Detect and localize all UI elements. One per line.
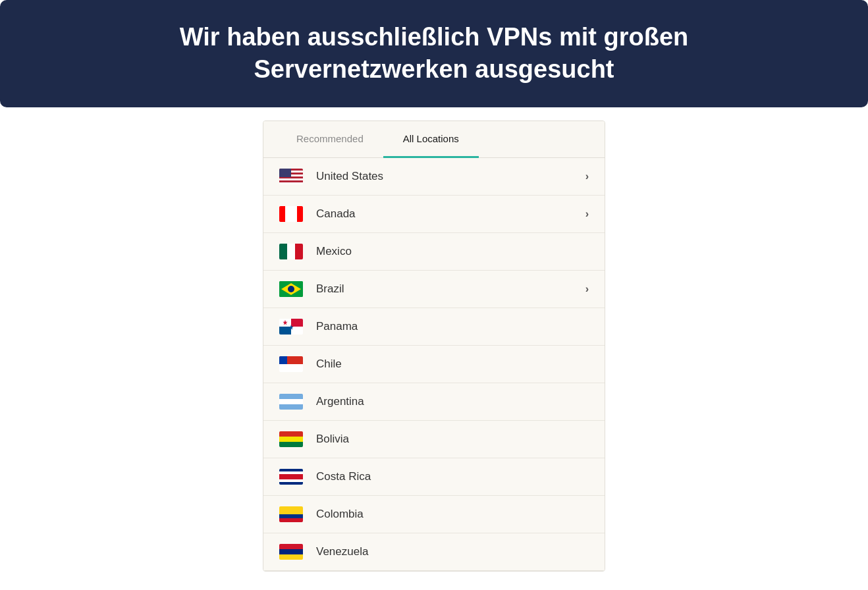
country-name-ve: Venezuela (316, 545, 589, 558)
list-item-cl[interactable]: Chile (263, 346, 605, 383)
country-name-cl: Chile (316, 358, 589, 371)
list-item-us[interactable]: United States › (263, 158, 605, 196)
flag-cl (279, 356, 303, 372)
header-title: Wir haben ausschließlich VPNs mit großen… (40, 21, 828, 86)
country-name-ca: Canada (316, 207, 585, 221)
country-name-bo: Bolivia (316, 433, 589, 446)
list-item-co[interactable]: Colombia (263, 496, 605, 533)
list-item-mx[interactable]: Mexico (263, 233, 605, 271)
svg-rect-4 (291, 319, 303, 327)
list-item-bo[interactable]: Bolivia (263, 421, 605, 458)
flag-ar (279, 394, 303, 410)
flag-co (279, 506, 303, 522)
flag-pa (279, 319, 303, 335)
country-name-cr: Costa Rica (316, 470, 589, 483)
flag-ve (279, 544, 303, 560)
country-name-us: United States (316, 170, 585, 183)
country-name-br: Brazil (316, 282, 585, 296)
chevron-br: › (585, 283, 589, 295)
svg-rect-6 (291, 327, 303, 335)
svg-point-2 (288, 286, 294, 292)
location-list[interactable]: United States › Canada › Mexico Brazil › (263, 158, 605, 571)
tab-all-locations[interactable]: All Locations (383, 121, 479, 158)
tab-recommended[interactable]: Recommended (277, 121, 383, 158)
chevron-us: › (585, 171, 589, 182)
chevron-ca: › (585, 208, 589, 220)
svg-rect-5 (279, 327, 291, 335)
flag-bo (279, 431, 303, 447)
list-item-ve[interactable]: Venezuela (263, 533, 605, 571)
list-item-ca[interactable]: Canada › (263, 196, 605, 233)
flag-us (279, 169, 303, 184)
flag-cr (279, 469, 303, 485)
flag-br (279, 281, 303, 297)
country-name-pa: Panama (316, 320, 589, 333)
list-item-pa[interactable]: Panama (263, 308, 605, 346)
country-name-mx: Mexico (316, 245, 589, 258)
country-name-ar: Argentina (316, 395, 589, 408)
country-name-co: Colombia (316, 508, 589, 521)
tabs-row: Recommended All Locations (263, 121, 605, 158)
header-banner: Wir haben ausschließlich VPNs mit großen… (0, 0, 868, 107)
list-item-br[interactable]: Brazil › (263, 271, 605, 308)
flag-ca (279, 206, 303, 222)
list-item-ar[interactable]: Argentina (263, 383, 605, 421)
flag-mx (279, 244, 303, 259)
vpn-panel: Recommended All Locations United States … (263, 121, 605, 572)
list-item-cr[interactable]: Costa Rica (263, 458, 605, 496)
